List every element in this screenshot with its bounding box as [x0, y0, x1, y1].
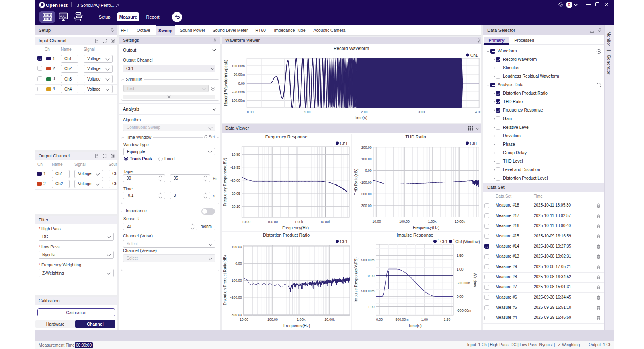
svg-text:1.00: 1.00 [304, 110, 311, 114]
svg-text:1.00k: 1.00k [297, 318, 306, 322]
svg-text:THD Ratio(dB): THD Ratio(dB) [354, 169, 358, 195]
svg-text:0.00: 0.00 [247, 110, 254, 114]
svg-text:100.00: 100.00 [267, 220, 278, 224]
svg-text:100.00m: 100.00m [232, 64, 245, 68]
svg-text:10.00k: 10.00k [320, 220, 331, 224]
svg-text:Record Waveform: Record Waveform [334, 46, 369, 51]
svg-text:Frequency(Hz): Frequency(Hz) [282, 226, 309, 230]
svg-text:Ch1: Ch1 [470, 53, 478, 58]
svg-text:-300.00: -300.00 [360, 204, 372, 208]
svg-text:100.00: 100.00 [361, 157, 372, 161]
svg-text:Frequency(Hz): Frequency(Hz) [283, 324, 310, 328]
svg-text:10.00: 10.00 [242, 220, 251, 224]
svg-text:Impulse Response(V/FS): Impulse Response(V/FS) [354, 257, 358, 302]
svg-text:10.00: 10.00 [372, 219, 381, 223]
svg-text:10.00k: 10.00k [455, 219, 465, 223]
svg-text:Record Waveform(Vpeak): Record Waveform(Vpeak) [224, 60, 228, 106]
svg-text:Frequency(Hz): Frequency(Hz) [413, 225, 439, 230]
svg-text:-200.00: -200.00 [360, 192, 372, 196]
svg-text:1.00k: 1.00k [295, 220, 304, 224]
svg-text:Distortion Product Ratio(dB): Distortion Product Ratio(dB) [223, 255, 227, 306]
svg-text:L: L [438, 238, 439, 241]
svg-text:-50.00m: -50.00m [232, 90, 245, 94]
svg-text:2.00: 2.00 [361, 110, 368, 114]
svg-text:0.00: 0.00 [376, 318, 383, 322]
svg-text:Time(s): Time(s) [354, 116, 367, 120]
svg-text:-100.00m: -100.00m [230, 99, 245, 103]
svg-text:50.00m: 50.00m [234, 72, 245, 76]
svg-text:-19.89: -19.89 [230, 153, 240, 157]
svg-text:Ch1: Ch1 [470, 141, 478, 146]
svg-text:100.00: 100.00 [399, 219, 410, 223]
svg-text:0.00: 0.00 [235, 262, 242, 266]
svg-text:-20.10: -20.10 [230, 204, 240, 209]
svg-text:Frequency Response: Frequency Response [265, 134, 308, 139]
svg-text:Distortion Product Ratio: Distortion Product Ratio [263, 233, 310, 237]
svg-text:0.00: 0.00 [457, 295, 464, 299]
svg-text:1.50: 1.50 [457, 254, 464, 258]
svg-text:Frequency Response(dBV): Frequency Response(dBV) [223, 158, 227, 207]
svg-text:Window: Window [473, 273, 477, 287]
svg-text:4.00: 4.00 [475, 110, 481, 114]
svg-text:200.00: 200.00 [361, 145, 372, 149]
svg-text:-500.00m: -500.00m [360, 289, 375, 293]
svg-text:Ch1(Window): Ch1(Window) [455, 240, 480, 244]
svg-text:Ch1: Ch1 [440, 240, 448, 244]
svg-text:-100.00: -100.00 [230, 279, 242, 283]
svg-text:-100.00: -100.00 [360, 180, 372, 184]
svg-text:0.00: 0.00 [238, 81, 245, 85]
svg-text:-20.00: -20.00 [230, 178, 240, 182]
svg-text:10.00k: 10.00k [324, 318, 335, 322]
svg-text:500.00m: 500.00m [457, 281, 470, 285]
svg-text:1.00k: 1.00k [428, 219, 437, 223]
svg-text:-1.00: -1.00 [367, 305, 375, 309]
svg-text:-20.05: -20.05 [230, 192, 240, 196]
svg-text:500.00m: 500.00m [395, 318, 408, 322]
svg-text:-300.00: -300.00 [230, 313, 242, 317]
svg-text:1.50: 1.50 [444, 318, 451, 322]
svg-text:1.00: 1.00 [421, 318, 428, 322]
svg-text:10.00: 10.00 [240, 318, 248, 322]
svg-text:Time(s): Time(s) [408, 324, 422, 328]
svg-text:0.00: 0.00 [368, 274, 375, 278]
svg-text:Impulse Response: Impulse Response [396, 233, 433, 237]
svg-text:100.00: 100.00 [232, 245, 242, 249]
svg-text:1.00: 1.00 [457, 267, 464, 271]
svg-text:Ch1: Ch1 [340, 240, 348, 244]
svg-text:3.00: 3.00 [418, 110, 425, 114]
svg-text:THD Ratio: THD Ratio [405, 134, 426, 139]
svg-text:Ch1: Ch1 [340, 141, 348, 146]
svg-text:-19.95: -19.95 [230, 165, 240, 169]
svg-text:0.00: 0.00 [365, 169, 372, 173]
svg-text:100.00: 100.00 [267, 318, 278, 322]
svg-text:-500.00m: -500.00m [457, 308, 471, 312]
svg-text:500.00m: 500.00m [361, 258, 374, 262]
svg-text:-200.00: -200.00 [230, 295, 242, 299]
